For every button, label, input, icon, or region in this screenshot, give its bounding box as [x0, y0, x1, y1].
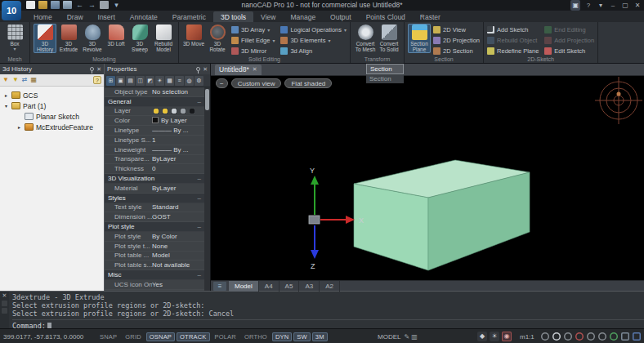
properties-toolbar-icon[interactable]: ◍	[185, 76, 194, 86]
ribbon-tab[interactable]: Home	[26, 11, 60, 22]
ribbon-tab[interactable]: Insert	[91, 11, 123, 22]
properties-toolbar-icon[interactable]: ≡	[175, 76, 184, 86]
properties-toolbar-icon[interactable]: ▦	[165, 76, 174, 86]
ribbon-tab[interactable]: Annotate	[123, 11, 165, 22]
ribbon-tab[interactable]: Parametric	[165, 11, 213, 22]
ribbon-menu-item[interactable]: Logical Operations	[280, 24, 347, 35]
layout-tab[interactable]: Model	[229, 281, 259, 292]
navigation-compass-icon[interactable]	[595, 77, 642, 124]
close-icon[interactable]: ✕	[2, 292, 7, 299]
dropdown-caret-icon[interactable]: ▾	[13, 47, 16, 52]
tree-item[interactable]: McExtrudeFeature	[0, 122, 104, 132]
tray-icon[interactable]	[552, 332, 561, 341]
properties-toolbar-icon[interactable]: ▣	[116, 76, 125, 86]
tree-expand-arrow[interactable]	[18, 124, 25, 130]
ribbon-button[interactable]: 3D Extrude	[57, 24, 80, 53]
ribbon-button[interactable]: Convert To Solid	[378, 24, 400, 53]
property-row[interactable]: Linetype S... 1	[105, 136, 204, 145]
ribbon-menu-item[interactable]: 3d Align	[280, 46, 347, 56]
titlebar-button[interactable]: –	[609, 0, 617, 11]
ribbon-menu-item[interactable]: Fillet Edge	[231, 35, 275, 46]
property-row[interactable]: General	[105, 97, 204, 107]
status-toggle[interactable]: GRID	[122, 332, 145, 341]
tray-icon[interactable]	[621, 332, 629, 341]
property-row[interactable]: Plot table s... Not available	[105, 261, 204, 270]
box-button[interactable]: Box ▾	[3, 24, 26, 53]
property-row[interactable]: Plot table ... Model	[105, 252, 204, 261]
ribbon-menu-item[interactable]: 3D Mirror	[231, 46, 275, 56]
pin-icon[interactable]	[90, 67, 94, 71]
layout-tab[interactable]: A5	[280, 281, 300, 292]
property-row[interactable]: Plot style	[105, 222, 204, 232]
properties-toolbar-icon[interactable]: ◩	[145, 76, 154, 86]
ribbon-menu-item[interactable]: 2D Section	[433, 46, 480, 56]
ribbon-menu-item[interactable]: End Editing	[544, 24, 594, 35]
ribbon-tab[interactable]: Output	[323, 11, 359, 22]
tray-icon[interactable]	[587, 332, 595, 341]
property-row[interactable]: Styles	[105, 194, 204, 203]
titlebar-button[interactable]: ✕	[633, 0, 642, 11]
properties-toolbar-icon[interactable]: ⊞	[106, 76, 115, 86]
ribbon-menu-item[interactable]: 3D Array	[231, 24, 275, 35]
tray-icon[interactable]	[610, 332, 618, 341]
view-control[interactable]: Custom view	[231, 78, 282, 88]
property-row[interactable]: Linetype ——— By ...	[105, 126, 204, 136]
property-row[interactable]: Dimension ... GOST	[105, 212, 204, 222]
scale-indicator[interactable]: m1:1	[520, 329, 534, 343]
scrollbar[interactable]	[204, 87, 210, 291]
ribbon-tab[interactable]: Points Cloud	[359, 11, 413, 22]
property-row[interactable]: 3D Visualization	[105, 174, 204, 184]
property-row[interactable]: Material ByLayer	[105, 184, 204, 194]
status-indicator-icon[interactable]: ◉	[502, 332, 512, 341]
titlebar-button[interactable]: ▾	[597, 0, 605, 11]
tray-icon[interactable]	[598, 332, 606, 341]
mode-icon[interactable]: ✎	[404, 333, 409, 341]
ribbon-tab[interactable]: 3D tools	[213, 11, 253, 22]
titlebar-button[interactable]: ?	[584, 0, 593, 11]
property-row[interactable]: Object type No selection	[105, 87, 204, 97]
scrollbar-thumb[interactable]	[205, 89, 209, 110]
tree-item[interactable]: GCS	[0, 90, 104, 100]
ribbon-menu-item[interactable]: Add Sketch	[487, 24, 539, 35]
tree-item[interactable]: Part (1)	[0, 100, 104, 111]
command-options-icon[interactable]	[2, 308, 7, 314]
titlebar-button[interactable]: ▣	[570, 0, 580, 11]
status-toggle[interactable]: POLAR	[212, 332, 239, 341]
drawing-canvas[interactable]: − Custom view Flat shaded	[211, 76, 644, 280]
history-toolbar-icon[interactable]: ▦	[31, 77, 38, 83]
shading-control[interactable]: Flat shaded	[284, 78, 332, 88]
app-logo-icon[interactable]: 10	[2, 1, 21, 20]
history-toolbar-icon[interactable]: ⇄	[22, 77, 28, 83]
history-toolbar-icon[interactable]: ▼	[12, 77, 19, 83]
close-panel-icon[interactable]: ✕	[96, 66, 101, 72]
document-tab[interactable]: Untitled8* ✕	[215, 65, 262, 75]
close-panel-icon[interactable]: ✕	[203, 66, 208, 72]
status-toggle[interactable]: 3M	[312, 332, 328, 341]
ribbon-button[interactable]: 3D Rotate	[206, 24, 229, 53]
status-toggle[interactable]: DYN	[272, 332, 292, 341]
property-row[interactable]: Lineweight ——— By ...	[105, 145, 204, 155]
tree-expand-arrow[interactable]	[5, 92, 11, 98]
ribbon-menu-item[interactable]: 2D View	[433, 24, 480, 35]
property-row[interactable]: Color By Layer	[105, 116, 204, 126]
layout-tab[interactable]: A4	[259, 281, 280, 292]
ribbon-menu-item[interactable]: Redefine Plane	[487, 46, 539, 56]
mode-icon[interactable]: ▥	[411, 333, 418, 341]
status-indicator-icon[interactable]: ☀	[490, 332, 499, 341]
status-toggle[interactable]: SNAP	[96, 332, 120, 341]
property-row[interactable]: Thickness 0	[105, 164, 204, 174]
ribbon-tab[interactable]: Draw	[60, 11, 91, 22]
tree-item[interactable]: Planar Sketch	[0, 111, 104, 122]
property-row[interactable]: UCS icon On Yes	[105, 280, 204, 290]
help-icon[interactable]: ?	[93, 76, 101, 84]
properties-toolbar-icon[interactable]: ◫	[136, 76, 145, 86]
status-toggle[interactable]: OTRACK	[177, 332, 209, 341]
viewport-menu-button[interactable]: −	[216, 78, 228, 88]
tray-icon[interactable]	[575, 332, 584, 341]
property-row[interactable]: Transpare... ByLayer	[105, 155, 204, 165]
ribbon-menu-item[interactable]: 2D Projection	[433, 35, 480, 46]
layout-tab[interactable]: A2	[320, 281, 340, 292]
status-toggle[interactable]: SW	[293, 332, 310, 341]
properties-toolbar-icon[interactable]: ☀	[155, 76, 164, 86]
command-history-icon[interactable]	[2, 301, 7, 306]
